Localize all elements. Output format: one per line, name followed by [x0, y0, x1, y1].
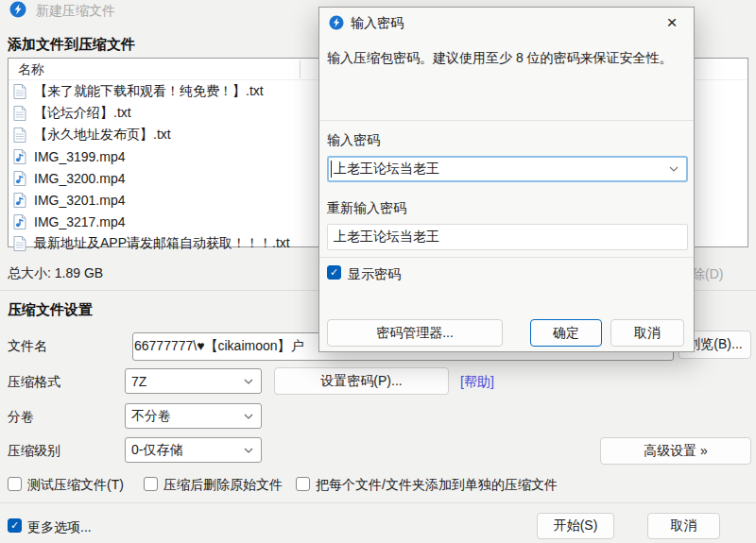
separate-archives-checkbox[interactable]: [296, 477, 310, 491]
chevron-down-icon[interactable]: [669, 166, 679, 172]
text-file-icon: [13, 127, 27, 143]
file-name: 【永久地址发布页】.txt: [34, 127, 171, 144]
file-name: IMG_3200.mp4: [34, 171, 126, 186]
volume-label: 分卷: [8, 409, 34, 426]
video-file-icon: [13, 149, 27, 164]
confirm-password-label: 重新输入密码: [327, 200, 406, 217]
filename-label: 文件名: [8, 338, 47, 355]
more-options-label[interactable]: 更多选项...: [27, 519, 92, 536]
video-file-icon: [13, 171, 27, 186]
advanced-settings-button[interactable]: 高级设置 »: [600, 437, 751, 465]
chevron-down-icon: [244, 414, 253, 419]
window-title: 新建压缩文件: [36, 3, 115, 20]
password-manager-button[interactable]: 密码管理器...: [327, 319, 503, 347]
app-icon: [9, 1, 26, 18]
close-icon[interactable]: ×: [660, 10, 684, 35]
app-icon: [329, 15, 344, 30]
show-password-label[interactable]: 显示密码: [348, 266, 401, 283]
test-archive-checkbox[interactable]: [8, 477, 22, 491]
start-button[interactable]: 开始(S): [537, 513, 614, 539]
more-options-checkbox[interactable]: [8, 518, 22, 533]
enter-password-dialog: 输入密码 × 输入压缩包密码。建议使用至少 8 位的密码来保证安全性。 输入密码…: [318, 7, 695, 352]
text-file-icon: [13, 236, 27, 251]
show-password-checkbox[interactable]: [327, 265, 341, 280]
volume-select[interactable]: 不分卷: [125, 403, 262, 429]
column-divider[interactable]: [300, 60, 301, 78]
file-name: IMG_3201.mp4: [34, 193, 126, 208]
video-file-icon: [13, 193, 27, 208]
text-file-icon: [13, 84, 27, 99]
test-archive-label[interactable]: 测试压缩文件(T): [27, 477, 124, 494]
dialog-title: 输入密码: [351, 15, 404, 32]
delete-after-label[interactable]: 压缩后删除原始文件: [163, 477, 283, 494]
confirm-password-value: 上老王论坛当老王: [334, 229, 439, 246]
section-add-files: 添加文件到压缩文件: [8, 36, 135, 54]
section-archive-settings: 压缩文件设置: [8, 301, 93, 319]
total-size-label: 总大小: 1.89 GB: [8, 265, 103, 282]
file-name: 【论坛介绍】.txt: [34, 105, 131, 122]
dialog-description: 输入压缩包密码。建议使用至少 8 位的密码来保证安全性。: [327, 49, 690, 68]
password-value: 上老王论坛当老王: [331, 161, 439, 178]
column-header-name[interactable]: 名称: [18, 61, 44, 78]
format-value: 7Z: [131, 374, 146, 389]
dialog-divider: [319, 257, 694, 258]
file-name: 最新地址及APP请发邮箱自动获取！！！.txt: [34, 235, 290, 252]
format-select[interactable]: 7Z: [125, 368, 262, 394]
file-name: IMG_3217.mp4: [34, 214, 126, 229]
volume-value: 不分卷: [131, 408, 171, 425]
confirm-password-input[interactable]: 上老王论坛当老王: [327, 224, 688, 250]
level-value: 0-仅存储: [131, 442, 182, 459]
dialog-divider: [319, 120, 694, 121]
level-label: 压缩级别: [8, 443, 60, 460]
file-name: IMG_3199.mp4: [34, 149, 126, 164]
main-cancel-button[interactable]: 取消: [647, 513, 720, 539]
help-link[interactable]: [帮助]: [460, 374, 494, 391]
chevron-down-icon: [244, 379, 253, 384]
set-password-button[interactable]: 设置密码(P)...: [274, 367, 449, 395]
bottom-divider: [0, 502, 756, 503]
text-file-icon: [13, 106, 27, 121]
delete-after-checkbox[interactable]: [144, 477, 158, 491]
level-select[interactable]: 0-仅存储: [125, 437, 262, 463]
password-label: 输入密码: [327, 132, 380, 149]
file-name: 【来了就能下载和观看！纯免费！】.txt: [34, 83, 264, 100]
separate-archives-label[interactable]: 把每个文件/文件夹添加到单独的压缩文件: [316, 477, 558, 494]
video-file-icon: [13, 214, 27, 229]
format-label: 压缩格式: [8, 374, 60, 391]
password-input[interactable]: 上老王论坛当老王: [327, 156, 688, 182]
chevron-down-icon: [244, 448, 253, 453]
filename-value: 66777777\♥【cikaimoon】户: [139, 338, 304, 355]
ok-button[interactable]: 确定: [530, 319, 602, 347]
dialog-cancel-button[interactable]: 取消: [610, 319, 684, 347]
